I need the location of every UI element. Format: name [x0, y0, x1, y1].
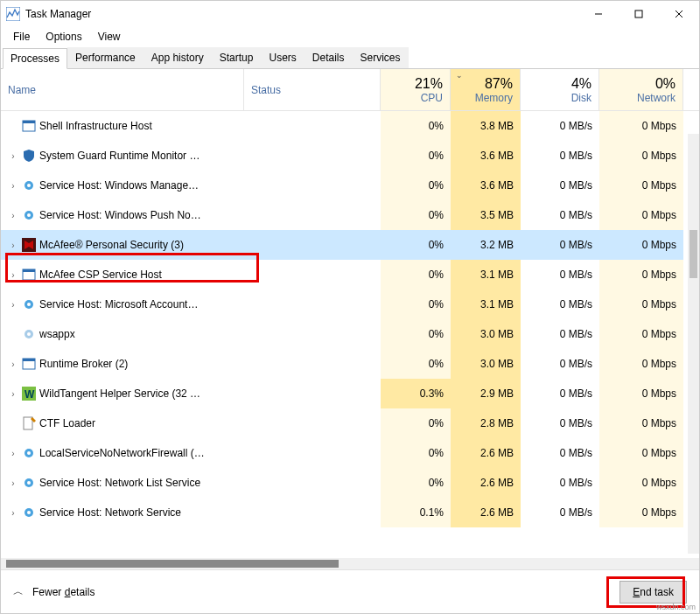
tab-startup[interactable]: Startup — [212, 47, 262, 68]
maximize-button[interactable] — [619, 1, 659, 27]
chevron-up-icon[interactable]: ︿ — [13, 584, 24, 599]
memory-cell: 3.6 MB — [451, 171, 521, 200]
process-name: wsappx — [39, 328, 75, 340]
process-icon — [22, 416, 36, 430]
menu-view[interactable]: View — [91, 29, 128, 45]
cpu-cell: 0% — [381, 319, 451, 349]
process-row[interactable]: CTF Loader0%2.8 MB0 MB/s0 Mbps — [1, 408, 699, 438]
expand-icon[interactable]: › — [8, 241, 18, 250]
tab-processes[interactable]: Processes — [3, 48, 67, 69]
disk-cell: 0 MB/s — [521, 141, 599, 171]
cpu-cell: 0.3% — [381, 379, 451, 408]
network-cell: 0 Mbps — [599, 379, 683, 408]
col-network[interactable]: 0%Network — [599, 69, 683, 110]
expand-icon[interactable]: › — [8, 270, 18, 280]
menu-file[interactable]: File — [6, 29, 37, 45]
horizontal-scrollbar-thumb[interactable] — [6, 560, 339, 568]
svg-text:W: W — [24, 388, 35, 401]
end-task-button[interactable]: End task — [620, 581, 687, 604]
svg-point-15 — [27, 303, 31, 306]
expand-icon[interactable]: › — [8, 389, 18, 399]
process-icon — [22, 446, 36, 460]
process-row[interactable]: ›System Guard Runtime Monitor …0%3.6 MB0… — [1, 141, 699, 171]
expand-icon[interactable]: › — [8, 211, 18, 220]
network-cell: 0 Mbps — [599, 319, 683, 349]
process-name: Service Host: Network Service — [39, 506, 181, 519]
svg-point-29 — [27, 511, 31, 514]
cpu-cell: 0% — [381, 408, 451, 438]
vertical-scrollbar[interactable] — [688, 134, 699, 554]
svg-rect-19 — [23, 359, 35, 361]
process-row[interactable]: Shell Infrastructure Host0%3.8 MB0 MB/s0… — [1, 111, 699, 141]
disk-cell: 0 MB/s — [521, 111, 599, 141]
process-row[interactable]: wsappx0%3.0 MB0 MB/s0 Mbps — [1, 319, 699, 349]
process-icon — [22, 149, 36, 163]
col-memory[interactable]: ⌄87%Memory — [451, 69, 521, 110]
process-row[interactable]: ›WWildTangent Helper Service (32 …0.3%2.… — [1, 379, 699, 408]
process-row[interactable]: ›Runtime Broker (2)0%3.0 MB0 MB/s0 Mbps — [1, 349, 699, 379]
expand-icon[interactable]: › — [8, 449, 18, 458]
process-name: Runtime Broker (2) — [39, 358, 128, 370]
process-name: Service Host: Windows Manage… — [39, 179, 199, 192]
fewer-details-link[interactable]: Fewer details — [32, 586, 94, 598]
status-cell — [244, 438, 381, 468]
process-list: Shell Infrastructure Host0%3.8 MB0 MB/s0… — [1, 111, 699, 558]
svg-rect-2 — [635, 10, 642, 17]
col-name[interactable]: Name — [1, 69, 244, 110]
col-cpu[interactable]: 21%CPU — [381, 69, 451, 110]
network-cell: 0 Mbps — [599, 438, 683, 468]
disk-cell: 0 MB/s — [521, 260, 599, 290]
disk-cell: 0 MB/s — [521, 408, 599, 438]
svg-point-10 — [27, 213, 31, 217]
task-manager-icon — [6, 7, 20, 21]
disk-cell: 0 MB/s — [521, 468, 599, 498]
process-icon — [22, 238, 36, 252]
process-row[interactable]: ›LocalServiceNoNetworkFirewall (…0%2.6 M… — [1, 438, 699, 468]
process-row[interactable]: ›Service Host: Network List Service0%2.6… — [1, 468, 699, 498]
process-row[interactable]: ›Service Host: Windows Manage…0%3.6 MB0 … — [1, 171, 699, 200]
minimize-button[interactable] — [578, 1, 619, 27]
tab-details[interactable]: Details — [304, 47, 353, 68]
process-row[interactable]: ›Service Host: Network Service0.1%2.6 MB… — [1, 498, 699, 527]
status-cell — [244, 349, 381, 379]
cpu-cell: 0% — [381, 141, 451, 171]
memory-cell: 2.8 MB — [451, 408, 521, 438]
col-disk[interactable]: 4%Disk — [521, 69, 599, 110]
memory-cell: 3.0 MB — [451, 349, 521, 379]
col-status[interactable]: Status — [244, 69, 381, 110]
status-cell — [244, 200, 381, 230]
tab-app-history[interactable]: App history — [144, 47, 212, 68]
menu-options[interactable]: Options — [38, 29, 88, 45]
process-row[interactable]: ›Service Host: Windows Push No…0%3.5 MB0… — [1, 200, 699, 230]
process-row[interactable]: ›McAfee CSP Service Host0%3.1 MB0 MB/s0 … — [1, 260, 699, 290]
tab-performance[interactable]: Performance — [67, 47, 144, 68]
close-button[interactable] — [659, 1, 699, 27]
cpu-cell: 0% — [381, 349, 451, 379]
cpu-cell: 0% — [381, 171, 451, 200]
network-cell: 0 Mbps — [599, 260, 683, 290]
sort-indicator-icon: ⌄ — [456, 71, 463, 80]
vertical-scrollbar-thumb[interactable] — [690, 230, 697, 278]
network-cell: 0 Mbps — [599, 349, 683, 379]
expand-icon[interactable]: › — [8, 181, 18, 191]
expand-icon[interactable]: › — [8, 508, 18, 518]
process-row[interactable]: ›McAfee® Personal Security (3)0%3.2 MB0 … — [1, 230, 699, 260]
svg-point-8 — [27, 184, 31, 187]
process-icon — [22, 476, 36, 490]
status-cell — [244, 171, 381, 200]
horizontal-scrollbar[interactable] — [1, 558, 699, 569]
tab-users[interactable]: Users — [261, 47, 304, 68]
process-row[interactable]: ›Service Host: Microsoft Account…0%3.1 M… — [1, 290, 699, 319]
process-name: Service Host: Windows Push No… — [39, 209, 201, 221]
network-cell: 0 Mbps — [599, 141, 683, 171]
expand-icon[interactable]: › — [8, 151, 18, 161]
expand-icon[interactable]: › — [8, 359, 18, 369]
network-cell: 0 Mbps — [599, 498, 683, 527]
disk-cell: 0 MB/s — [521, 438, 599, 468]
expand-icon[interactable]: › — [8, 300, 18, 310]
process-name: McAfee® Personal Security (3) — [39, 239, 184, 251]
cpu-cell: 0.1% — [381, 498, 451, 527]
expand-icon[interactable]: › — [8, 478, 18, 488]
tab-services[interactable]: Services — [353, 47, 409, 68]
process-name: WildTangent Helper Service (32 … — [39, 387, 200, 400]
